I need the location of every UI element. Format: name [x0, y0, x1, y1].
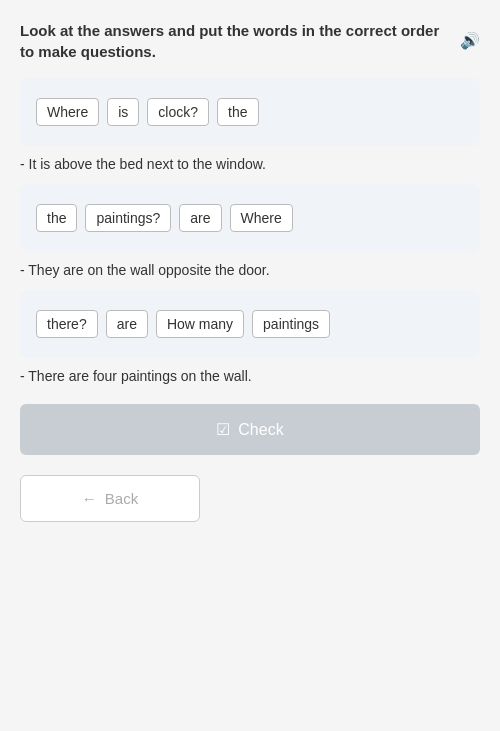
- question3-word-box: there?areHow manypaintings: [20, 290, 480, 358]
- back-label: Back: [105, 490, 138, 507]
- instruction-text: Look at the answers and put the words in…: [20, 20, 452, 62]
- back-button[interactable]: ← Back: [20, 475, 200, 522]
- word-tile[interactable]: the: [36, 204, 77, 232]
- word-tile[interactable]: Where: [36, 98, 99, 126]
- word-tile[interactable]: How many: [156, 310, 244, 338]
- check-button[interactable]: ☑ Check: [20, 404, 480, 455]
- check-label: Check: [238, 421, 283, 439]
- question2-word-box: thepaintings?areWhere: [20, 184, 480, 252]
- check-icon: ☑: [216, 420, 230, 439]
- word-tile[interactable]: clock?: [147, 98, 209, 126]
- word-tile[interactable]: is: [107, 98, 139, 126]
- answer1-text: - It is above the bed next to the window…: [20, 156, 480, 172]
- answer2-text: - They are on the wall opposite the door…: [20, 262, 480, 278]
- speaker-icon[interactable]: 🔊: [460, 30, 480, 52]
- answer3-text: - There are four paintings on the wall.: [20, 368, 480, 384]
- word-tile[interactable]: there?: [36, 310, 98, 338]
- word-tile[interactable]: are: [106, 310, 148, 338]
- question1-word-box: Whereisclock?the: [20, 78, 480, 146]
- instructions: Look at the answers and put the words in…: [20, 20, 480, 62]
- word-tile[interactable]: Where: [230, 204, 293, 232]
- word-tile[interactable]: are: [179, 204, 221, 232]
- word-tile[interactable]: the: [217, 98, 258, 126]
- word-tile[interactable]: paintings: [252, 310, 330, 338]
- back-arrow-icon: ←: [82, 490, 97, 507]
- word-tile[interactable]: paintings?: [85, 204, 171, 232]
